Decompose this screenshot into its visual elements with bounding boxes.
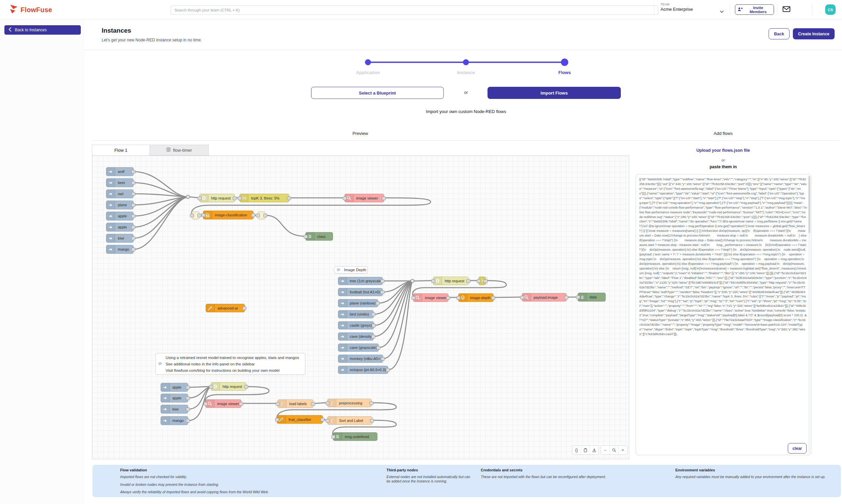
flow-node-label: football (hot A1>0)	[347, 288, 383, 296]
node-output-port	[484, 279, 488, 283]
info-line: External nodes are not installed automat…	[386, 475, 475, 484]
info-col-env-vars: Environment variables Any required varia…	[676, 468, 834, 483]
upload-flows-link[interactable]: Upload your flows.json file	[656, 148, 790, 153]
create-instance-button[interactable]: Create Instance	[793, 28, 835, 39]
import-flows-button[interactable]: Import Flows	[488, 87, 621, 99]
flow-wire	[188, 386, 211, 398]
scrollbar-thumb[interactable]	[808, 176, 810, 233]
inject-arrow-icon	[106, 223, 115, 231]
flow-node: apple	[106, 223, 134, 232]
view-code-button[interactable]: {}	[572, 446, 581, 454]
inject-arrow-icon	[161, 394, 170, 402]
inject-arrow-icon	[338, 288, 347, 296]
flow-node: http request	[211, 382, 246, 391]
node-input-port	[477, 279, 481, 283]
person-plus-icon	[737, 7, 743, 13]
flow-node-label: topK 3, thres: 5%	[248, 194, 289, 202]
select-blueprint-button[interactable]: Select a Blueprint	[311, 87, 444, 99]
node-output-port	[244, 385, 248, 389]
flow-wire	[388, 281, 413, 370]
team-selector[interactable]: TEAM: Acme Enterprise	[661, 3, 728, 12]
node-output-port	[131, 203, 135, 207]
svg-text:f: f	[331, 418, 333, 423]
info-title: Flow validation	[120, 468, 380, 472]
flow-comment: Image Depth	[334, 266, 368, 273]
wand-icon	[206, 304, 215, 312]
stepper-dot-instance[interactable]	[463, 59, 469, 65]
flow-node-label: fruit_classifier	[286, 415, 322, 423]
flow-node-label: mango	[115, 245, 133, 253]
flow-node-label: Sort and Label	[336, 416, 372, 424]
flow-node: image-depth	[458, 293, 494, 302]
node-output-port	[239, 402, 243, 406]
flow-node: plane	[106, 200, 134, 209]
clear-button[interactable]: clear	[788, 443, 807, 453]
or-separator: or	[456, 90, 476, 95]
flow-node: fpreprocessing	[327, 399, 372, 407]
flow-node: owl	[106, 190, 134, 198]
inject-arrow-icon	[338, 366, 347, 374]
header-divider	[84, 50, 842, 50]
flow-node: mango	[161, 416, 188, 425]
user-avatar[interactable]: CS	[825, 4, 836, 15]
mail-button[interactable]	[782, 5, 791, 14]
inject-arrow-icon	[106, 179, 115, 187]
flow-node: plane (rainbow)	[338, 299, 378, 307]
node-input-port	[343, 197, 347, 200]
flow-junction	[411, 279, 414, 283]
flow-node-label: load labels	[286, 400, 313, 408]
zoom-out-button[interactable]: −	[601, 446, 610, 454]
inject-arrow-icon	[161, 405, 170, 413]
flows-json-input[interactable]: [{"id":"9a693308.7ebaf","type":"subflow"…	[636, 175, 808, 455]
node-output-port	[386, 368, 390, 372]
stepper-label-instance: Instance	[439, 70, 493, 75]
flowfuse-logo[interactable]: FlowFuse	[10, 4, 52, 15]
node-input-port	[275, 418, 279, 421]
subflow-icon	[166, 147, 171, 153]
preview-title: Preview	[327, 131, 394, 136]
node-output-port	[131, 192, 135, 196]
invite-members-label: Invite Members	[745, 6, 772, 14]
copy-clipboard-button[interactable]	[581, 446, 590, 454]
flow-node-label: castle (greys)	[347, 322, 374, 329]
flow-node: castle (greys)	[338, 321, 374, 329]
back-to-instances-button[interactable]: Back to Instances	[4, 25, 81, 35]
chevron-down-icon[interactable]	[720, 8, 724, 11]
chevron-left-icon	[8, 27, 12, 33]
tab-flow-1[interactable]: Flow 1	[92, 145, 150, 156]
flow-comment-line: Using a retrained resnet model trained t…	[165, 356, 299, 360]
scrollbar[interactable]	[808, 176, 810, 453]
back-button[interactable]: Back	[769, 28, 789, 39]
invite-members-button[interactable]: Invite Members	[735, 4, 774, 15]
tab-flow-timer[interactable]: flow-timer	[150, 145, 209, 156]
flow-node-label: image-classification	[212, 211, 253, 219]
flow-comment: Using a retrained resnet model trained t…	[156, 353, 305, 375]
back-to-instances-label: Back to Instances	[15, 28, 47, 32]
info-line: Any required variables must be manually …	[676, 475, 834, 479]
flow-canvas[interactable]: wolfbeerowlplaneappleapplekiwimangohttp …	[92, 156, 629, 459]
flow-node: payload.image	[522, 293, 567, 302]
stepper-dot-application[interactable]	[365, 59, 371, 65]
info-title: Third-party nodes	[386, 468, 475, 472]
info-line: Always verify the reliability of importe…	[120, 490, 380, 494]
info-title: Credentials and secrets	[481, 468, 669, 472]
flow-comment-line: Image Depth	[344, 268, 366, 272]
page-subtitle: Let's get your new Node-RED instance set…	[102, 38, 202, 42]
download-button[interactable]	[590, 446, 599, 454]
flow-node-label: bird (viridis)	[347, 310, 373, 318]
tab-flow-1-label: Flow 1	[115, 148, 127, 153]
flow-node-label: beer	[115, 179, 133, 187]
search-input[interactable]	[171, 5, 658, 15]
flow-node-label: tree (1ch greyscale)	[347, 277, 383, 285]
zoom-reset-button[interactable]	[610, 446, 618, 454]
flow-node-label: cave (density)	[347, 333, 373, 340]
zoom-in-button[interactable]: +	[618, 446, 627, 454]
flow-node: fload labels	[277, 399, 313, 408]
stepper-dot-flows[interactable]	[561, 58, 568, 66]
info-panel: Flow validation Imported flows are not c…	[92, 465, 841, 497]
flow-node-label: apple	[115, 212, 133, 220]
main-content: Instances Let's get your new Node-RED in…	[84, 19, 842, 504]
flow-wire	[134, 197, 188, 238]
inject-arrow-icon	[161, 383, 170, 391]
inject-arrow-icon	[338, 344, 347, 351]
